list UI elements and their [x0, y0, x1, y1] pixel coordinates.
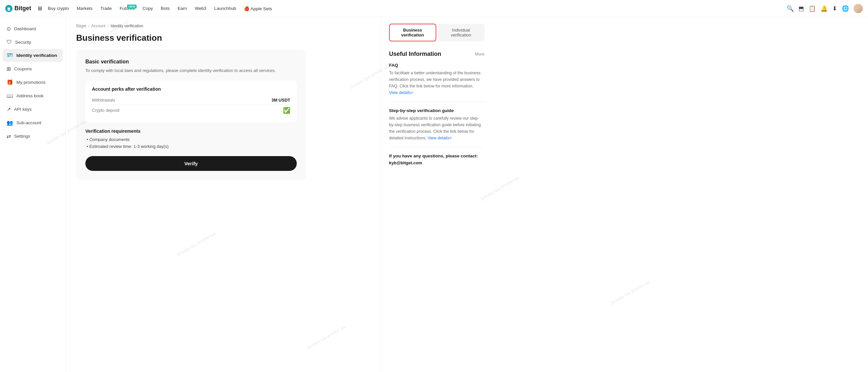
right-panel: Business verification Individual verific… — [381, 17, 492, 372]
nav-futures[interactable]: Futures NEW — [117, 4, 138, 13]
guide-link[interactable]: View details> — [428, 136, 452, 140]
card-section-title: Basic verification — [85, 59, 297, 65]
info-section-contact: If you have any questions, please contac… — [389, 153, 485, 171]
perk-row-withdrawals: Withdrawals 3M USDT — [92, 96, 290, 105]
nav-buy-crypto[interactable]: Buy crypto — [45, 4, 72, 13]
perk-label-deposit: Crypto deposit — [92, 108, 120, 113]
nav-links: Buy crypto Markets Trade Futures NEW Cop… — [45, 4, 786, 13]
nav-web3[interactable]: Web3 — [191, 4, 210, 13]
sidebar-label-promotions: My promotions — [17, 80, 45, 85]
nav-copy[interactable]: Copy — [139, 4, 156, 13]
breadcrumb-bitget[interactable]: Bitget — [76, 24, 86, 28]
sidebar-item-sub-account[interactable]: 👥 Sub-account — [3, 116, 63, 129]
sidebar-label-coupons: Coupons — [14, 66, 32, 71]
breadcrumb-sep-2: / — [107, 24, 108, 28]
nav-trade[interactable]: Trade — [97, 4, 115, 13]
requirement-bullet-0: • — [87, 137, 89, 142]
perk-row-deposit: Crypto deposit ✅ — [92, 105, 290, 116]
sidebar-label-subaccount: Sub-account — [17, 120, 41, 125]
search-icon[interactable]: 🔍 — [786, 5, 794, 12]
sidebar-item-security[interactable]: 🛡 Security — [3, 36, 63, 48]
requirement-1: • Estimated review time: 1-3 working day… — [85, 144, 297, 149]
info-section-faq: FAQ To facilitate a better understanding… — [389, 63, 485, 102]
sidebar-label-api: API keys — [14, 107, 32, 112]
requirements-title: Verification requirements — [85, 128, 297, 134]
address-icon: 📖 — [6, 93, 13, 99]
useful-info-title: Useful Information — [389, 51, 441, 58]
sidebar-label-dashboard: Dashboard — [14, 26, 36, 31]
guide-text: We advise applicants to carefully review… — [389, 115, 485, 141]
tab-individual-verification[interactable]: Individual verification — [438, 24, 485, 41]
futures-badge: NEW — [127, 5, 136, 8]
grid-icon[interactable]: ⊞ — [38, 5, 42, 11]
sidebar-label-security: Security — [15, 40, 31, 45]
requirement-bullet-1: • — [87, 144, 89, 149]
sidebar-item-settings[interactable]: ⇄ Settings — [3, 130, 63, 143]
requirement-0: • Company documents — [85, 137, 297, 142]
promotions-icon: 🎁 — [6, 79, 13, 85]
orders-icon[interactable]: 📋 — [809, 5, 816, 12]
topnav-right-icons: 🔍 ⬒ 📋 🔔 ⬇ 🌐 — [786, 4, 863, 13]
perks-box: Account perks after verification Withdra… — [85, 81, 297, 122]
verification-card: Basic verification To comply with local … — [76, 50, 306, 180]
faq-text: To facilitate a better understanding of … — [389, 70, 485, 96]
card-description: To comply with local laws and regulation… — [85, 67, 297, 74]
tab-business-verification[interactable]: Business verification — [389, 24, 436, 41]
transfer-icon[interactable]: ⬒ — [798, 5, 804, 12]
user-avatar[interactable] — [854, 4, 863, 13]
main-content: Bitget / Account / Identity verification… — [66, 17, 381, 372]
subaccount-icon: 👥 — [6, 120, 13, 126]
sidebar-item-address-book[interactable]: 📖 Address book — [3, 89, 63, 102]
notification-icon[interactable]: 🔔 — [820, 5, 828, 12]
nav-earn[interactable]: Earn — [174, 4, 190, 13]
verification-tabs: Business verification Individual verific… — [389, 24, 485, 41]
verify-button[interactable]: Verify — [85, 156, 297, 171]
guide-title: Step-by-step verification guide — [389, 108, 485, 113]
logo[interactable]: Bitget — [5, 5, 31, 12]
useful-info-header: Useful Information More — [389, 51, 485, 58]
sidebar: ⊙ Dashboard 🛡 Security 🪪 Identity verifi… — [0, 17, 66, 372]
sidebar-label-address: Address book — [17, 93, 44, 98]
dashboard-icon: ⊙ — [6, 26, 11, 32]
identity-icon: 🪪 — [6, 52, 13, 58]
sidebar-item-dashboard[interactable]: ⊙ Dashboard — [3, 22, 63, 35]
sidebar-item-identity-verification[interactable]: 🪪 Identity verification — [3, 49, 63, 62]
breadcrumb-current: Identity verification — [111, 24, 143, 28]
breadcrumb-sep-1: / — [88, 24, 89, 28]
perk-label-withdrawals: Withdrawals — [92, 97, 115, 103]
sidebar-item-coupons[interactable]: ⊞ Coupons — [3, 62, 63, 75]
security-icon: 🛡 — [6, 39, 12, 45]
nav-bots[interactable]: Bots — [158, 4, 173, 13]
top-navigation: Bitget ⊞ Buy crypto Markets Trade Future… — [0, 0, 868, 17]
api-icon: ↗ — [6, 106, 11, 112]
perk-check-deposit: ✅ — [283, 107, 290, 114]
breadcrumb-account[interactable]: Account — [91, 24, 105, 28]
download-icon[interactable]: ⬇ — [832, 5, 837, 12]
contact-email[interactable]: kyb@bitget.com — [389, 160, 485, 165]
contact-title: If you have any questions, please contac… — [389, 153, 485, 159]
sidebar-item-api-keys[interactable]: ↗ API keys — [3, 103, 63, 116]
settings-icon: ⇄ — [6, 133, 11, 139]
language-icon[interactable]: 🌐 — [842, 5, 849, 12]
page-title: Business verification — [76, 33, 370, 43]
sidebar-item-my-promotions[interactable]: 🎁 My promotions — [3, 76, 63, 89]
nav-apple-sets[interactable]: 🍎 Apple Sets — [241, 4, 275, 13]
sidebar-label-identity: Identity verification — [17, 53, 57, 58]
nav-launchhub[interactable]: Launchhub — [211, 4, 239, 13]
perks-title: Account perks after verification — [92, 86, 290, 92]
info-section-guide: Step-by-step verification guide We advis… — [389, 108, 485, 147]
coupons-icon: ⊞ — [6, 66, 11, 72]
sidebar-label-settings: Settings — [14, 134, 30, 139]
logo-text: Bitget — [14, 5, 31, 12]
more-link[interactable]: More — [475, 52, 485, 57]
nav-markets[interactable]: Markets — [73, 4, 96, 13]
faq-title: FAQ — [389, 63, 485, 68]
faq-link[interactable]: View details> — [389, 90, 413, 95]
perk-value-withdrawals: 3M USDT — [272, 97, 290, 103]
breadcrumb: Bitget / Account / Identity verification — [76, 24, 370, 28]
